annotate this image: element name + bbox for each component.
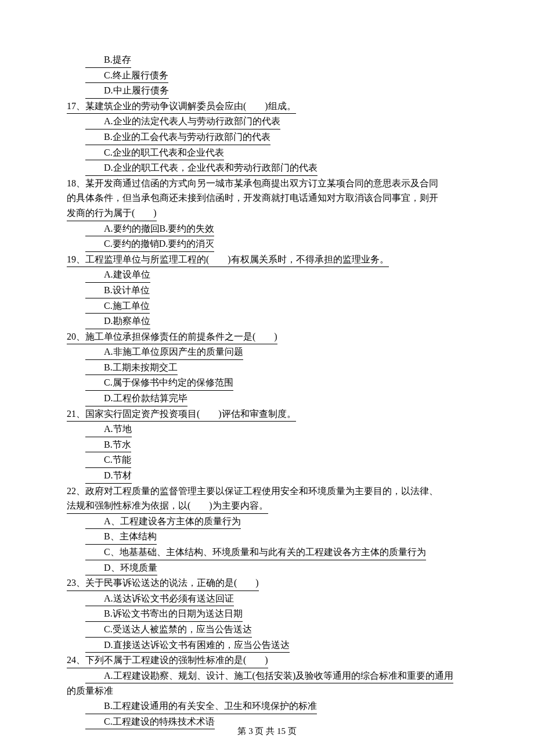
- q19-option-a: A.建设单位: [67, 267, 467, 283]
- stem-part-a: 发商的行为属于(: [67, 206, 135, 221]
- option-text: C.节能: [85, 452, 131, 468]
- q24-stem: 24、下列不属于工程建设的强制性标准的是( ): [67, 653, 467, 668]
- q21-option-a: A.节地: [67, 422, 467, 437]
- stem-part-b: )评估和审查制度。: [218, 406, 295, 422]
- q22-stem-line2: 法规和强制性标准为依据，以( )为主要内容。: [67, 498, 467, 514]
- stem-part-a: 24、下列不属于工程建设的强制性标准的是(: [67, 653, 246, 668]
- stem-part-a: 20、施工单位承担保修责任的前提条件之一是(: [67, 329, 255, 345]
- option-text: B.企业的工会代表与劳动行政部门的代表: [85, 129, 270, 145]
- option-text: A.要约的撤回B.要约的失效: [85, 221, 214, 237]
- stem-part-a: 23、关于民事诉讼送达的说法，正确的是(: [67, 575, 237, 591]
- stem-part-b: )为主要内容。: [209, 498, 268, 514]
- stem-part-b: ): [153, 206, 156, 221]
- q20-option-d: D.工程价款结算完毕: [67, 391, 467, 406]
- q19-stem: 19、工程监理单位与所监理工程的( )有权属关系时，不得承担的监理业务。: [67, 252, 467, 268]
- option-text: B.设计单位: [85, 283, 150, 298]
- q16-option-c: C.终止履行债务: [67, 68, 467, 84]
- q23-option-c: C.受送达人被监禁的，应当公告送达: [67, 622, 467, 638]
- option-text: A、工程建设各方主体的质量行为: [85, 514, 241, 530]
- q23-option-a: A.送达诉讼文书必须有送达回证: [67, 591, 467, 607]
- q23-option-d: D.直接送达诉讼文书有困难的，应当公告送达: [67, 638, 467, 653]
- q17-option-d: D.企业的职工代表，企业代表和劳动行政部门的代表: [67, 160, 467, 176]
- q17-option-a: A.企业的法定代表人与劳动行政部门的代表: [67, 114, 467, 129]
- q23-stem: 23、关于民事诉讼送达的说法，正确的是( ): [67, 575, 467, 591]
- option-text: B.提存: [85, 52, 131, 68]
- stem-part-b: )有权属关系时，不得承担的监理业务。: [228, 252, 388, 268]
- option-text: C.企业的职工代表和企业代表: [85, 145, 224, 161]
- q18-stem-line2: 的具体条件，但当承包商还未接到信函时，开发商就打电话通知对方取消该合同事宜，则开: [67, 190, 467, 206]
- q17-option-b: B.企业的工会代表与劳动行政部门的代表: [67, 129, 467, 145]
- q21-option-d: D.节材: [67, 468, 467, 484]
- option-text: D.企业的职工代表，企业代表和劳动行政部门的代表: [85, 160, 317, 176]
- q18-stem-line1: 18、某开发商通过信函的方式向另一城市某承包商提出双方订立某项合同的意思表示及合…: [67, 176, 467, 191]
- option-text: A.节地: [85, 422, 132, 437]
- q19-option-d: D.勘察单位: [67, 314, 467, 329]
- q19-option-b: B.设计单位: [67, 283, 467, 298]
- option-text: B、主体结构: [85, 529, 157, 545]
- option-text: D、环境质量: [85, 560, 157, 576]
- q24-option-a-line2: 的质量标准: [67, 683, 467, 699]
- q21-option-c: C.节能: [67, 452, 467, 468]
- q22-option-a: A、工程建设各方主体的质量行为: [67, 514, 467, 530]
- stem-part-a: 法规和强制性标准为依据，以(: [67, 498, 190, 514]
- document-page: B.提存 C.终止履行债务 D.中止履行债务 17、某建筑企业的劳动争议调解委员…: [0, 0, 534, 756]
- q16-option-d: D.中止履行债务: [67, 83, 467, 99]
- option-text: C、地基基础、主体结构、环境质量和与此有关的工程建设各方主体的质量行为: [85, 545, 426, 560]
- q20-option-c: C.属于保修书中约定的保修范围: [67, 375, 467, 391]
- stem-part-b: ): [255, 575, 258, 591]
- stem-part-b: )组成。: [265, 99, 295, 114]
- q16-option-b: B.提存: [67, 52, 467, 68]
- option-text: C.终止履行债务: [85, 68, 168, 84]
- option-text: D.中止履行债务: [85, 83, 169, 99]
- q22-option-c: C、地基基础、主体结构、环境质量和与此有关的工程建设各方主体的质量行为: [67, 545, 467, 560]
- stem-part-b: ): [265, 653, 268, 668]
- option-text: A.非施工单位原因产生的质量问题: [85, 344, 243, 360]
- stem-part-a: 21、国家实行固定资产投资项目(: [67, 406, 200, 422]
- stem-part-b: ): [274, 329, 277, 345]
- option-text: D.节材: [85, 468, 132, 484]
- q18-option-cd: C.要约的撤销D.要约的消灭: [67, 236, 467, 252]
- q24-option-b: B.工程建设通用的有关安全、卫生和环境保护的标准: [67, 699, 467, 714]
- option-text: D.直接送达诉讼文书有困难的，应当公告送达: [85, 638, 290, 653]
- option-text: C.要约的撤销D.要约的消灭: [85, 236, 214, 252]
- q17-stem: 17、某建筑企业的劳动争议调解委员会应由( )组成。: [67, 99, 467, 114]
- q23-option-b: B.诉讼文书寄出的日期为送达日期: [67, 606, 467, 622]
- q20-option-a: A.非施工单位原因产生的质量问题: [67, 344, 467, 360]
- option-text: D.工程价款结算完毕: [85, 391, 187, 406]
- option-text: B.工程建设通用的有关安全、卫生和环境保护的标准: [85, 699, 317, 714]
- q18-option-ab: A.要约的撤回B.要约的失效: [67, 221, 467, 237]
- q22-option-d: D、环境质量: [67, 560, 467, 576]
- option-text: A.建设单位: [85, 267, 150, 283]
- option-text: C.施工单位: [85, 298, 150, 314]
- option-text: C.受送达人被监禁的，应当公告送达: [85, 622, 252, 638]
- q18-stem-line3: 发商的行为属于( ): [67, 206, 467, 221]
- option-text: B.工期未按期交工: [85, 360, 178, 376]
- q24-option-a-line1: A.工程建设勘察、规划、设计、施工(包括安装)及验收等通用的综合标准和重要的通用: [67, 668, 467, 684]
- q17-option-c: C.企业的职工代表和企业代表: [67, 145, 467, 161]
- page-number: 第 3 页 共 15 页: [0, 724, 534, 738]
- q20-option-b: B.工期未按期交工: [67, 360, 467, 376]
- option-text: B.诉讼文书寄出的日期为送达日期: [85, 606, 243, 622]
- q20-stem: 20、施工单位承担保修责任的前提条件之一是( ): [67, 329, 467, 345]
- option-text: A.送达诉讼文书必须有送达回证: [85, 591, 234, 607]
- q22-stem-line1: 22、政府对工程质量的监督管理主要以保证工程使用安全和环境质量为主要目的，以法律…: [67, 484, 467, 499]
- q22-option-b: B、主体结构: [67, 529, 467, 545]
- option-text: D.勘察单位: [85, 314, 150, 329]
- q21-stem: 21、国家实行固定资产投资项目( )评估和审查制度。: [67, 406, 467, 422]
- option-text: A.工程建设勘察、规划、设计、施工(包括安装)及验收等通用的综合标准和重要的通用: [85, 668, 453, 684]
- stem-part-a: 19、工程监理单位与所监理工程的(: [67, 252, 209, 268]
- option-text: A.企业的法定代表人与劳动行政部门的代表: [85, 114, 280, 129]
- option-text: B.节水: [85, 437, 131, 453]
- option-text: C.属于保修书中约定的保修范围: [85, 375, 233, 391]
- q19-option-c: C.施工单位: [67, 298, 467, 314]
- stem-part-a: 17、某建筑企业的劳动争议调解委员会应由(: [67, 99, 246, 114]
- q21-option-b: B.节水: [67, 437, 467, 453]
